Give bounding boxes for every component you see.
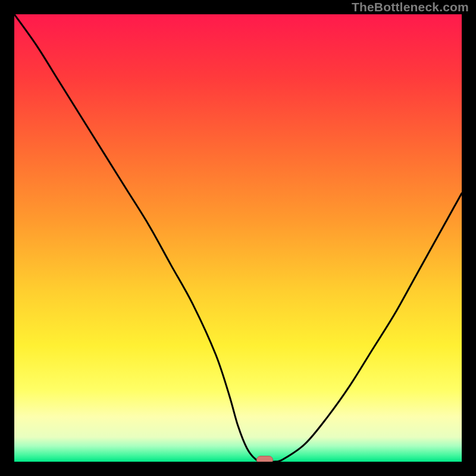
plot-area	[14, 14, 462, 462]
optimal-marker	[256, 456, 273, 462]
chart-frame: TheBottleneck.com	[0, 0, 476, 476]
watermark-text: TheBottleneck.com	[352, 0, 469, 14]
bottleneck-curve	[14, 14, 462, 462]
